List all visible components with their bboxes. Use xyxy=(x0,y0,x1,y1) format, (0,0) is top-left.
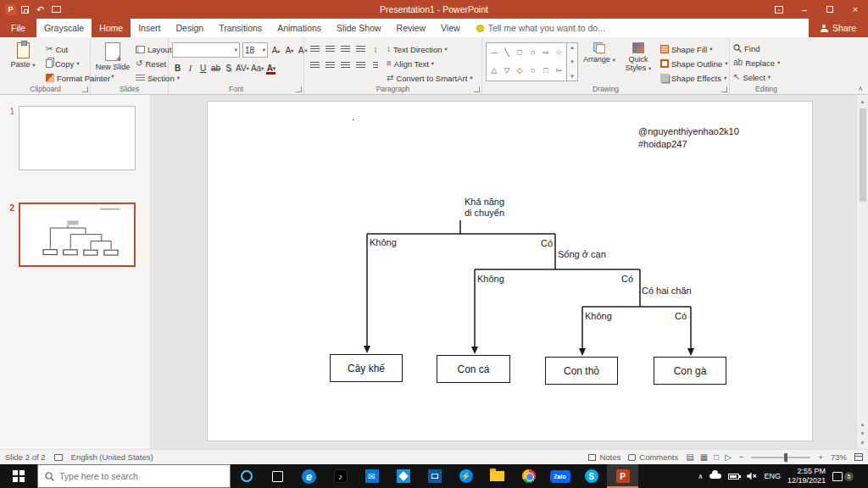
share-button[interactable]: Share xyxy=(809,19,868,37)
select-button[interactable]: ↖Select ▾ xyxy=(733,71,780,83)
taskbar-app-photos[interactable] xyxy=(387,464,419,488)
columns-button[interactable] xyxy=(369,59,382,72)
increase-font-size-button[interactable]: A▴ xyxy=(270,44,281,57)
clipboard-dialog-launcher[interactable] xyxy=(82,86,88,92)
strikethrough-button[interactable]: ab xyxy=(210,62,221,75)
previous-slide-button[interactable]: ▲ xyxy=(860,419,865,429)
taskbar-app-edge[interactable]: e xyxy=(293,464,325,488)
taskbar-app-file-explorer[interactable] xyxy=(481,464,513,488)
shapes-more-button[interactable]: ▼ xyxy=(570,74,575,79)
align-center-button[interactable] xyxy=(323,59,337,72)
slide-canvas[interactable]: . @nguyenthiyenhao2k10 #hoidap247 xyxy=(151,95,868,449)
branch-two-legs-label[interactable]: Có hai chân xyxy=(642,286,692,296)
text-direction-button[interactable]: ↕Text Direction ▾ xyxy=(387,43,473,55)
minimize-button[interactable]: – xyxy=(792,0,817,19)
language-indicator[interactable]: English (United States) xyxy=(71,452,153,462)
slide-editing-surface[interactable]: . @nguyenthiyenhao2k10 #hoidap247 xyxy=(208,102,812,441)
font-size-combo[interactable]: ▾ xyxy=(242,42,268,58)
tab-slide-show[interactable]: Slide Show xyxy=(329,19,389,37)
branch3-no-label[interactable]: Không xyxy=(585,311,612,321)
bold-button[interactable]: B xyxy=(172,62,183,75)
justify-button[interactable] xyxy=(353,59,367,72)
new-slide-button[interactable]: New Slide ▾ xyxy=(94,41,131,80)
slide-2-preview[interactable] xyxy=(19,202,136,267)
decrease-indent-button[interactable] xyxy=(338,43,352,56)
shape-outline-button[interactable]: Shape Outline ▾ xyxy=(660,58,727,69)
maximize-button[interactable] xyxy=(817,0,843,19)
character-spacing-button[interactable]: AV▾ xyxy=(236,62,249,75)
shape-square-icon[interactable]: □ xyxy=(543,67,548,75)
shape-line-icon[interactable]: — xyxy=(490,49,498,57)
language-button[interactable]: ENG xyxy=(764,472,781,480)
reading-view-button[interactable]: □ xyxy=(714,452,719,462)
bullets-button[interactable] xyxy=(308,43,321,56)
zoom-level[interactable]: 73% xyxy=(831,452,847,462)
volume-muted-icon[interactable] xyxy=(746,472,757,480)
tab-insert[interactable]: Insert xyxy=(131,19,168,37)
scrollbar-thumb[interactable] xyxy=(860,108,866,202)
align-text-button[interactable]: ≡Align Text ▾ xyxy=(387,58,473,69)
notes-button[interactable]: Notes xyxy=(588,452,620,462)
convert-to-smartart-button[interactable]: ⇄Convert to SmartArt ▾ xyxy=(387,72,473,84)
branch2-yes-label[interactable]: Có xyxy=(621,274,633,284)
fit-slide-to-window-button[interactable] xyxy=(854,453,863,461)
branch-land-label[interactable]: Sống ở cạn xyxy=(558,249,606,259)
taskbar-app-messenger[interactable]: ⚡ xyxy=(450,464,481,488)
tab-home[interactable]: Home xyxy=(92,19,131,37)
leaf-box-chicken[interactable]: Con gà xyxy=(654,357,726,385)
start-button[interactable] xyxy=(0,464,37,488)
shapes-gallery[interactable]: — ╲ □ ○ ⇨ ☆ △ ▽ ◇ ○ □ ⇦ ▲ ▼ ▼ xyxy=(486,41,578,81)
align-right-button[interactable] xyxy=(338,59,352,72)
taskbar-app-tiktok[interactable]: ♪ xyxy=(325,464,356,488)
find-button[interactable]: Find xyxy=(733,42,780,54)
comments-button[interactable]: Comments xyxy=(628,452,678,462)
shapes-scroll-down[interactable]: ▼ xyxy=(570,59,575,64)
change-case-button[interactable]: Aa▾ xyxy=(251,62,264,75)
drawing-dialog-launcher[interactable] xyxy=(721,86,727,92)
slide-counter[interactable]: Slide 2 of 2 xyxy=(5,452,46,462)
branch3-yes-label[interactable]: Có xyxy=(675,311,687,321)
clock[interactable]: 2:55 PM 12/19/2021 xyxy=(787,467,826,485)
branch1-no-label[interactable]: Không xyxy=(370,237,397,247)
scroll-up-arrow[interactable]: ▲ xyxy=(860,97,865,106)
line-spacing-button[interactable]: ↕ xyxy=(369,43,382,56)
paragraph-dialog-launcher[interactable] xyxy=(474,86,480,92)
taskbar-app-zalo[interactable]: Zalo xyxy=(544,464,576,488)
battery-icon[interactable] xyxy=(728,474,739,480)
shape-diagonal-icon[interactable]: ╲ xyxy=(504,49,509,57)
slide-1-preview[interactable] xyxy=(19,106,136,170)
shape-ellipse-icon[interactable]: ○ xyxy=(531,49,535,57)
shape-triangle-icon[interactable]: △ xyxy=(491,67,497,75)
taskbar-app-mail[interactable]: ✉ xyxy=(356,464,387,488)
tab-view[interactable]: View xyxy=(433,19,468,37)
increase-indent-button[interactable] xyxy=(353,43,367,56)
numbering-button[interactable] xyxy=(323,43,337,56)
slide-2-thumbnail[interactable]: 2 xyxy=(5,202,140,267)
taskbar-app-store[interactable] xyxy=(419,464,450,488)
replace-button[interactable]: abReplace ▾ xyxy=(733,57,780,69)
shape-triangle-down-icon[interactable]: ▽ xyxy=(504,67,510,75)
tab-animations[interactable]: Animations xyxy=(270,19,329,37)
tab-transitions[interactable]: Transitions xyxy=(211,19,270,37)
shapes-scroll-up[interactable]: ▲ xyxy=(570,45,575,50)
normal-view-button[interactable]: ▤ xyxy=(686,452,693,462)
task-view-button[interactable] xyxy=(262,464,293,488)
slideshow-view-button[interactable]: ▷ xyxy=(725,452,732,462)
next-slide-button[interactable]: ▼ xyxy=(860,429,865,438)
arrange-button[interactable]: Arrange ▾ xyxy=(582,41,616,64)
underline-button[interactable]: U xyxy=(198,62,209,75)
shape-rectangle-icon[interactable]: □ xyxy=(518,49,522,57)
branch2-no-label[interactable]: Không xyxy=(477,274,504,284)
italic-button[interactable]: I xyxy=(185,62,196,75)
text-shadow-button[interactable]: S xyxy=(223,62,234,75)
scroll-down-arrow[interactable]: ▼ xyxy=(860,438,865,447)
vertical-scrollbar[interactable]: ▲ ▲ ▼ ▼ xyxy=(856,95,868,449)
shape-diamond-icon[interactable]: ◇ xyxy=(517,67,523,75)
font-size-input[interactable] xyxy=(245,46,263,55)
shape-arrow-left-icon[interactable]: ⇦ xyxy=(556,67,563,75)
taskbar-app-skype[interactable]: S xyxy=(576,464,607,488)
close-button[interactable]: × xyxy=(843,0,868,19)
action-center-button[interactable]: 5 xyxy=(832,472,854,481)
leaf-box-starfruit-tree[interactable]: Cây khế xyxy=(330,354,403,382)
zoom-in-button[interactable]: + xyxy=(818,452,823,462)
